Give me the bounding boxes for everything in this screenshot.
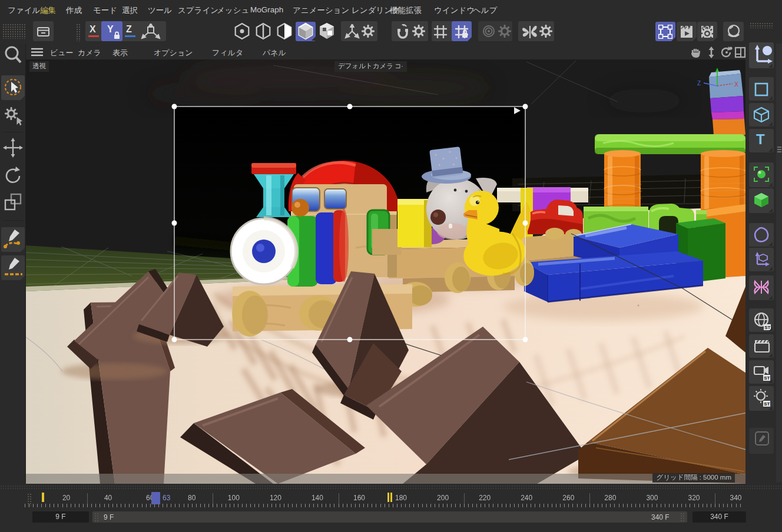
svg-text:Z: Z — [697, 80, 701, 87]
svg-text:X: X — [734, 81, 738, 88]
